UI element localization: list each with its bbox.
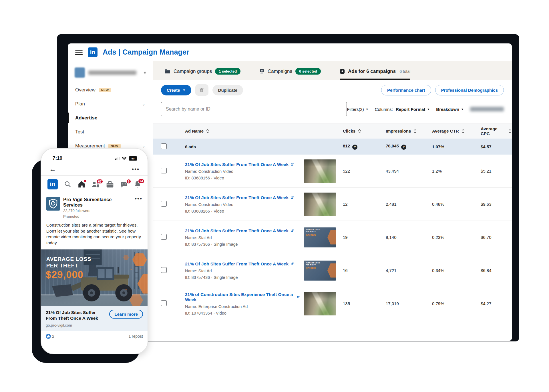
bell-icon[interactable]: 24 (134, 181, 141, 188)
cell-ctr: 1.2% (425, 169, 474, 173)
tab-bar: Campaign groups 1 selected Campaigns 6 s… (153, 61, 512, 80)
tab-ads[interactable]: Ads for 6 campaigns 6 total (340, 68, 410, 80)
cell-impressions: 17,019 (379, 301, 425, 306)
new-badge: NEW (99, 88, 111, 92)
create-button[interactable]: Create▼ (161, 85, 191, 95)
people-badge: 67 (96, 179, 103, 184)
ad-title-link[interactable]: 21% Of Job Sites Suffer From Theft Once … (185, 195, 294, 200)
ad-thumbnail (304, 292, 336, 315)
search-icon[interactable] (64, 181, 71, 188)
summary-clicks: 812 (336, 143, 379, 150)
chat-icon[interactable]: 6 (120, 181, 128, 188)
row-checkbox[interactable] (161, 168, 167, 173)
tab-campaign-groups[interactable]: Campaign groups 1 selected (165, 68, 240, 80)
people-icon[interactable]: 67 (92, 181, 100, 188)
question-badge-icon[interactable] (401, 145, 406, 150)
column-impressions[interactable]: Impressions (379, 129, 425, 133)
summary-cpc: $4.57 (474, 144, 512, 149)
ad-id: ID: 83688156 · Video (185, 176, 300, 180)
sidebar-item-advertise[interactable]: Advertise (68, 111, 153, 125)
breakdown-dropdown[interactable]: Breakdown▼ (436, 107, 464, 112)
promoted-label: Promoted (63, 214, 132, 219)
table-body: 21% Of Job Sites Suffer From Theft Once … (153, 155, 512, 320)
sort-icon (413, 129, 417, 133)
ad-title-link[interactable]: 21% Of Job Sites Suffer From Theft Once … (185, 162, 294, 167)
row-checkbox[interactable] (161, 300, 167, 306)
ad-id: ID: 83757436 · Single Image (185, 275, 300, 280)
table-row: 21% Of Job Sites Suffer From Theft Once … (153, 188, 512, 221)
chat-badge: 6 (126, 179, 131, 184)
notification-dot (83, 179, 87, 183)
summary-ctr: 1.07% (425, 144, 474, 149)
report-format-dropdown[interactable]: Report Format▼ (396, 107, 430, 112)
ad-title-link[interactable]: 21% Of Job Sites Suffer From Theft Once … (185, 261, 294, 267)
sidebar-item-overview[interactable]: Overview NEW (68, 83, 153, 97)
cell-cpc: $6.70 (474, 235, 512, 240)
ad-title-link[interactable]: 21% Of Job Sites Suffer From Theft Once … (185, 228, 294, 233)
app-header: in Ads | Campaign Manager (68, 43, 512, 61)
sidebar-item-test[interactable]: Test (68, 125, 153, 139)
main-area: Campaign groups 1 selected Campaigns 6 s… (153, 61, 512, 341)
select-all-checkbox[interactable] (161, 143, 167, 149)
account-switcher[interactable]: ▾ (68, 65, 153, 83)
column-average-ctr[interactable]: Average CTR (425, 129, 474, 133)
sort-icon (508, 129, 512, 133)
selected-count-badge: 1 selected (215, 68, 240, 75)
linkedin-logo: in (88, 47, 98, 57)
battery-icon: 50 (129, 156, 137, 161)
row-checkbox[interactable] (161, 201, 167, 207)
new-badge: NEW (108, 144, 121, 148)
linkedin-logo[interactable]: in (47, 179, 58, 189)
ad-id: ID: 83757366 · Single Image (185, 242, 300, 247)
ads-table-card: Create▼ Duplicate Performance chart Prof… (153, 80, 512, 341)
question-badge-icon[interactable] (352, 145, 357, 150)
ad-title-link[interactable]: 21% of Construction Sites Experience The… (185, 292, 300, 302)
post-overflow-icon[interactable]: ••• (135, 197, 142, 200)
ad-name: Name: Enterprise Construction Ad (185, 304, 300, 309)
column-average-cpc[interactable]: Average CPC (474, 126, 512, 136)
professional-demographics-button[interactable]: Professional Demographics (435, 85, 504, 95)
caret-down-icon: ▼ (461, 108, 464, 111)
chevron-down-icon: ⌄ (142, 102, 145, 106)
cell-ctr: 0.48% (425, 202, 474, 207)
table-row: 21% Of Job Sites Suffer From Theft Once … (153, 221, 512, 254)
back-arrow-icon[interactable]: ← (49, 166, 56, 173)
summary-row: 6 ads 812 76,045 1.07% $4.57 (153, 139, 512, 155)
cell-clicks: 19 (336, 235, 379, 240)
company-avatar shield-logo-icon[interactable] (46, 197, 60, 211)
briefcase-icon[interactable] (106, 181, 114, 188)
reactions[interactable]: 2 (46, 334, 54, 339)
row-checkbox[interactable] (161, 267, 167, 273)
column-clicks[interactable]: Clicks (336, 129, 379, 133)
ad-domain: go.pro-vigil.com (46, 323, 106, 327)
home-icon[interactable] (78, 181, 85, 188)
row-checkbox[interactable] (161, 234, 167, 240)
search-input[interactable] (161, 102, 347, 116)
caret-down-icon: ▼ (183, 89, 186, 92)
column-ad-name[interactable]: Ad Name (176, 129, 336, 133)
external-link-icon (290, 229, 294, 233)
delete-button[interactable] (195, 84, 208, 96)
external-link-icon (290, 196, 294, 199)
filters-dropdown[interactable]: Filters(2)▼ (347, 107, 369, 112)
ad-creative-image[interactable]: AVERAGE LOSS PER THEFT $29,000 (41, 249, 148, 306)
external-link-icon (297, 295, 300, 299)
table-header: Ad Name Clicks Impressions Average (153, 123, 512, 139)
duplicate-button[interactable]: Duplicate (212, 85, 243, 95)
tab-campaigns[interactable]: Campaigns 6 selected (259, 68, 321, 80)
sidebar-item-plan[interactable]: Plan ⌄ (68, 97, 153, 111)
ad-name: Name: Construction Video (185, 202, 300, 207)
bell-badge: 24 (138, 179, 145, 184)
repost-count[interactable]: 1 repost (128, 334, 143, 339)
ad-headline[interactable]: 21% Of Job Sites Suffer From Theft Once … (46, 310, 106, 321)
time-range-blurred[interactable] (470, 107, 504, 111)
phone-status-bar: 7:19 50 (41, 149, 148, 161)
followers-count: 22,270 followers (63, 208, 132, 213)
ad-cta-strip: 21% Of Job Sites Suffer From Theft Once … (41, 306, 148, 331)
hamburger-menu-icon[interactable] (75, 50, 83, 55)
overflow-icon[interactable]: ••• (132, 168, 140, 170)
sort-icon (358, 129, 361, 133)
performance-chart-button[interactable]: Performance chart (381, 85, 431, 95)
learn-more-button[interactable]: Learn more (109, 310, 143, 319)
company-name[interactable]: Pro-Vigil Surveillance Services (63, 197, 132, 208)
